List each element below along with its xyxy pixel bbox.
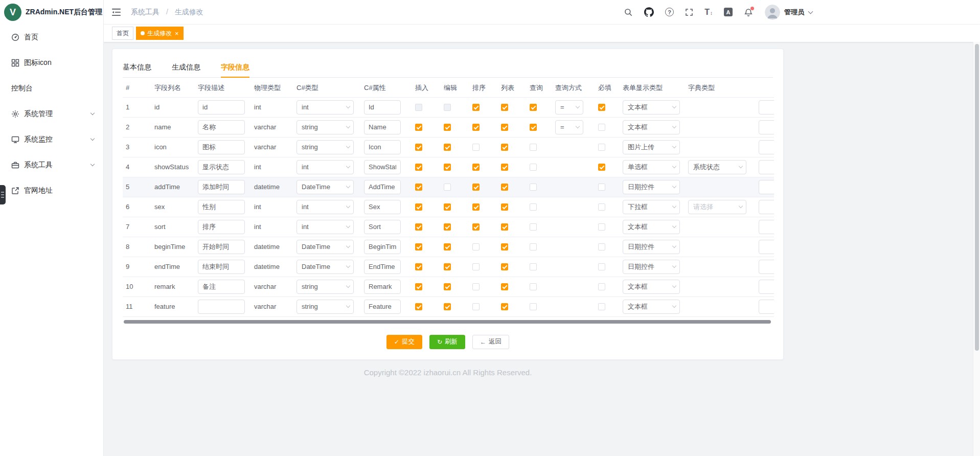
extra-input[interactable] bbox=[759, 160, 774, 174]
query-checkbox[interactable] bbox=[530, 184, 537, 191]
display-type-select[interactable]: 文本框 bbox=[623, 220, 680, 234]
csharp-type-select[interactable]: DateTime bbox=[297, 240, 354, 254]
insert-checkbox[interactable] bbox=[415, 243, 422, 250]
vertical-scroll-thumb[interactable] bbox=[975, 44, 979, 351]
theme-drawer-handle[interactable] bbox=[0, 185, 6, 204]
sidebar-item-icons[interactable]: 图标icon bbox=[0, 50, 103, 76]
page-vertical-scrollbar[interactable] bbox=[973, 42, 980, 456]
display-type-select[interactable]: 日期控件 bbox=[623, 180, 680, 194]
extra-input[interactable] bbox=[759, 180, 774, 194]
insert-checkbox[interactable] bbox=[415, 263, 422, 270]
field-desc-input[interactable] bbox=[198, 140, 245, 154]
tag-home[interactable]: 首页 bbox=[112, 27, 133, 40]
csharp-type-select[interactable]: string bbox=[297, 300, 354, 314]
edit-checkbox[interactable] bbox=[444, 223, 451, 231]
list-checkbox[interactable] bbox=[501, 303, 508, 310]
language-icon[interactable]: A bbox=[718, 8, 738, 16]
csharp-property-input[interactable] bbox=[364, 300, 401, 314]
extra-input[interactable] bbox=[759, 120, 774, 134]
csharp-type-select[interactable]: string bbox=[297, 120, 354, 134]
csharp-property-input[interactable] bbox=[364, 200, 401, 214]
sort-checkbox[interactable] bbox=[472, 223, 480, 231]
csharp-type-select[interactable]: int bbox=[297, 100, 354, 115]
query-type-select[interactable]: = bbox=[555, 100, 583, 115]
csharp-type-select[interactable]: DateTime bbox=[297, 260, 354, 274]
list-checkbox[interactable] bbox=[501, 283, 508, 290]
sidebar-item-console[interactable]: 控制台 bbox=[0, 76, 103, 101]
query-checkbox[interactable] bbox=[530, 243, 537, 250]
csharp-type-select[interactable]: int bbox=[297, 200, 354, 214]
edit-checkbox[interactable] bbox=[444, 303, 451, 310]
required-checkbox[interactable] bbox=[598, 144, 605, 151]
horizontal-scroll-thumb[interactable] bbox=[124, 320, 771, 324]
query-checkbox[interactable] bbox=[530, 283, 537, 290]
breadcrumb-parent[interactable]: 系统工具 bbox=[131, 8, 159, 16]
query-checkbox[interactable] bbox=[530, 144, 537, 151]
required-checkbox[interactable] bbox=[598, 263, 605, 270]
query-checkbox[interactable] bbox=[530, 104, 537, 111]
submit-button[interactable]: ✓ 提交 bbox=[386, 335, 422, 349]
github-icon[interactable] bbox=[639, 7, 659, 17]
insert-checkbox[interactable] bbox=[415, 144, 422, 151]
csharp-type-select[interactable]: string bbox=[297, 280, 354, 294]
insert-checkbox[interactable] bbox=[415, 164, 422, 171]
csharp-type-select[interactable]: int bbox=[297, 160, 354, 174]
csharp-type-select[interactable]: string bbox=[297, 140, 354, 154]
avatar[interactable] bbox=[765, 5, 780, 20]
edit-checkbox[interactable] bbox=[444, 124, 451, 131]
query-checkbox[interactable] bbox=[530, 124, 537, 131]
display-type-select[interactable]: 下拉框 bbox=[623, 200, 680, 214]
edit-checkbox[interactable] bbox=[444, 164, 451, 171]
help-icon[interactable]: ? bbox=[659, 8, 679, 16]
display-type-select[interactable]: 图片上传 bbox=[623, 140, 680, 154]
sort-checkbox[interactable] bbox=[472, 303, 480, 310]
tab-generate-info[interactable]: 生成信息 bbox=[172, 57, 200, 77]
edit-checkbox[interactable] bbox=[444, 263, 451, 270]
dict-type-select[interactable]: 请选择 bbox=[688, 200, 746, 214]
list-checkbox[interactable] bbox=[501, 203, 508, 211]
bell-icon[interactable] bbox=[738, 8, 759, 17]
required-checkbox[interactable] bbox=[598, 283, 605, 290]
list-checkbox[interactable] bbox=[501, 263, 508, 270]
extra-input[interactable] bbox=[759, 300, 774, 314]
sort-checkbox[interactable] bbox=[472, 144, 480, 151]
required-checkbox[interactable] bbox=[598, 203, 605, 211]
edit-checkbox[interactable] bbox=[444, 203, 451, 211]
dict-type-select[interactable]: 系统状态 bbox=[688, 160, 746, 174]
query-type-select[interactable]: = bbox=[555, 120, 583, 134]
list-checkbox[interactable] bbox=[501, 104, 508, 111]
display-type-select[interactable]: 日期控件 bbox=[623, 260, 680, 274]
query-checkbox[interactable] bbox=[530, 303, 537, 310]
field-desc-input[interactable] bbox=[198, 260, 245, 274]
search-icon[interactable] bbox=[618, 8, 639, 17]
query-checkbox[interactable] bbox=[530, 164, 537, 171]
display-type-select[interactable]: 文本框 bbox=[623, 100, 680, 115]
font-size-icon[interactable]: T↕ bbox=[699, 8, 718, 16]
required-checkbox[interactable] bbox=[598, 164, 605, 171]
list-checkbox[interactable] bbox=[501, 184, 508, 191]
csharp-property-input[interactable] bbox=[364, 160, 401, 174]
insert-checkbox[interactable] bbox=[415, 184, 422, 191]
insert-checkbox[interactable] bbox=[415, 104, 422, 111]
sidebar-item-home[interactable]: 首页 bbox=[0, 25, 103, 50]
display-type-select[interactable]: 文本框 bbox=[623, 280, 680, 294]
sort-checkbox[interactable] bbox=[472, 124, 480, 131]
insert-checkbox[interactable] bbox=[415, 223, 422, 231]
extra-input[interactable] bbox=[759, 280, 774, 294]
required-checkbox[interactable] bbox=[598, 104, 605, 111]
query-checkbox[interactable] bbox=[530, 223, 537, 231]
close-icon[interactable]: × bbox=[175, 30, 179, 37]
username[interactable]: 管理员 bbox=[784, 8, 804, 17]
edit-checkbox[interactable] bbox=[444, 243, 451, 250]
field-desc-input[interactable] bbox=[198, 100, 245, 115]
csharp-property-input[interactable] bbox=[364, 180, 401, 194]
field-desc-input[interactable] bbox=[198, 180, 245, 194]
refresh-button[interactable]: ↻ 刷新 bbox=[429, 335, 465, 349]
insert-checkbox[interactable] bbox=[415, 283, 422, 290]
query-checkbox[interactable] bbox=[530, 263, 537, 270]
back-button[interactable]: ← 返回 bbox=[472, 335, 509, 349]
display-type-select[interactable]: 文本框 bbox=[623, 120, 680, 134]
field-desc-input[interactable] bbox=[198, 120, 245, 134]
required-checkbox[interactable] bbox=[598, 223, 605, 231]
chevron-down-icon[interactable] bbox=[808, 9, 813, 14]
